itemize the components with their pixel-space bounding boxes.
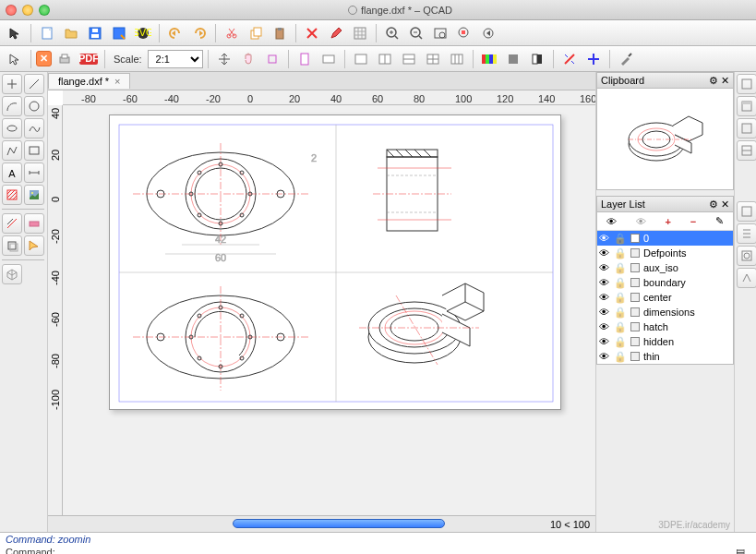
text-tool[interactable]: A [2,163,22,183]
zoom-window-button[interactable] [39,5,50,16]
offset-tool[interactable] [24,213,44,234]
view2-button[interactable] [374,49,396,69]
layer-visibility-icon[interactable]: 👁 [599,351,610,362]
layer-lock-icon[interactable]: 🔒 [614,292,627,304]
scale-select[interactable]: 2:1 [148,50,203,68]
layer-lock-icon[interactable]: 🔒 [614,307,627,319]
layer-row[interactable]: 👁🔒hatch [597,319,733,334]
modify-tool[interactable] [2,213,22,234]
zoom-selection-button[interactable] [453,23,475,43]
polyline-tool[interactable] [2,140,22,161]
copy-button[interactable] [245,23,267,43]
drawing-viewport[interactable]: 42 60 2 [63,105,595,515]
panel-close-icon[interactable]: ✕ [721,199,729,210]
layer-lock-icon[interactable]: 🔒 [614,233,627,245]
block-tool[interactable] [2,235,22,256]
document-tab[interactable]: flange.dxf *× [48,73,130,89]
layer-lock-icon[interactable]: 🔒 [614,262,627,274]
layer-lock-icon[interactable]: 🔒 [614,321,627,333]
circle-tool[interactable] [24,96,44,116]
zoom-auto-button[interactable] [429,23,451,43]
view4-button[interactable] [422,49,444,69]
panel-toggle-6[interactable] [737,223,756,244]
layer-visibility-icon[interactable]: 👁 [599,277,610,288]
view1-button[interactable] [350,49,372,69]
select-region-tool[interactable] [24,235,44,256]
layer-lock-icon[interactable]: 🔒 [614,247,627,259]
layout-landscape-button[interactable] [318,49,340,69]
layer-row[interactable]: 👁🔒Defpoints [597,246,733,260]
zoom-previous-button[interactable] [477,23,499,43]
layer-visibility-icon[interactable]: 👁 [599,292,610,303]
view3-button[interactable] [398,49,420,69]
layer-visibility-icon[interactable]: 👁 [599,336,610,347]
panel-gear-icon[interactable]: ⚙ [709,199,718,210]
layer-visibility-icon[interactable]: 👁 [599,307,610,318]
zoom-in-button[interactable] [381,23,403,43]
close-window-button[interactable] [6,5,17,16]
tab-close-icon[interactable]: × [114,76,120,87]
layer-lock-icon[interactable]: 🔒 [614,351,627,363]
layerlist-panel-header[interactable]: Layer List ⚙ ✕ [596,196,734,212]
layer-row[interactable]: 👁🔒dimensions [597,305,733,319]
bw-mode-button[interactable] [526,49,548,69]
remove-layer-icon[interactable]: − [690,216,696,227]
gray-mode-button[interactable] [502,49,524,69]
save-as-button[interactable] [108,23,130,43]
layer-lock-icon[interactable]: 🔒 [614,277,627,289]
panel-toggle-7[interactable] [737,246,756,266]
layer-visibility-icon[interactable]: 👁 [599,247,610,259]
paste-button[interactable] [269,23,291,43]
show-all-icon[interactable]: 👁 [606,216,617,227]
export-pdf-button[interactable]: PDF [78,49,100,69]
select-tool-button[interactable] [4,49,26,69]
panel-close-icon[interactable]: ✕ [721,75,729,86]
grid-button[interactable] [349,23,371,43]
dimension-tool[interactable] [24,163,44,183]
export-svg-button[interactable]: SVG [132,23,154,43]
snap-button[interactable] [261,49,283,69]
arc-tool[interactable] [2,96,22,116]
hand-button[interactable] [237,49,259,69]
hatch-tool[interactable] [2,185,22,205]
command-input[interactable] [59,547,730,554]
redo-button[interactable] [188,23,210,43]
layer-row[interactable]: 👁🔒aux_iso [597,260,733,275]
layer-visibility-icon[interactable]: 👁 [599,321,610,332]
panel-gear-icon[interactable]: ⚙ [709,75,718,86]
panel-toggle-4[interactable] [737,140,756,161]
layer-row[interactable]: 👁🔒hidden [597,334,733,349]
image-tool[interactable] [24,185,44,205]
pan-button[interactable] [213,49,235,69]
panel-toggle-5[interactable] [737,201,756,222]
line-tool[interactable] [24,74,44,94]
spline-tool[interactable] [24,118,44,138]
crosshair-button[interactable] [582,49,605,69]
3d-tool[interactable] [2,264,22,284]
save-button[interactable] [84,23,106,43]
point-tool[interactable] [2,74,22,94]
layer-visibility-icon[interactable]: 👁 [599,262,610,273]
layer-row[interactable]: 👁🔒thin [597,349,733,364]
delete-button[interactable] [301,23,323,43]
command-menu-icon[interactable]: ▤ [730,547,750,554]
color-mode-button[interactable] [478,49,500,69]
settings-button[interactable] [615,49,637,69]
horizontal-scrollbar[interactable] [233,519,445,528]
ellipse-tool[interactable] [2,118,22,138]
layout-portrait-button[interactable] [294,49,316,69]
measure-button[interactable] [558,49,581,69]
panel-toggle-1[interactable] [737,74,756,94]
new-file-button[interactable] [36,23,58,43]
clipboard-panel-header[interactable]: Clipboard ⚙ ✕ [596,72,734,89]
edit-button[interactable] [325,23,347,43]
print-button[interactable] [54,49,76,69]
edit-layer-icon[interactable]: ✎ [715,215,724,227]
layer-row[interactable]: 👁🔒boundary [597,275,733,290]
cut-button[interactable] [221,23,243,43]
panel-toggle-3[interactable] [737,118,756,138]
open-file-button[interactable] [60,23,82,43]
minimize-window-button[interactable] [22,5,33,16]
layer-row[interactable]: 👁🔒center [597,290,733,305]
zoom-out-button[interactable] [405,23,427,43]
